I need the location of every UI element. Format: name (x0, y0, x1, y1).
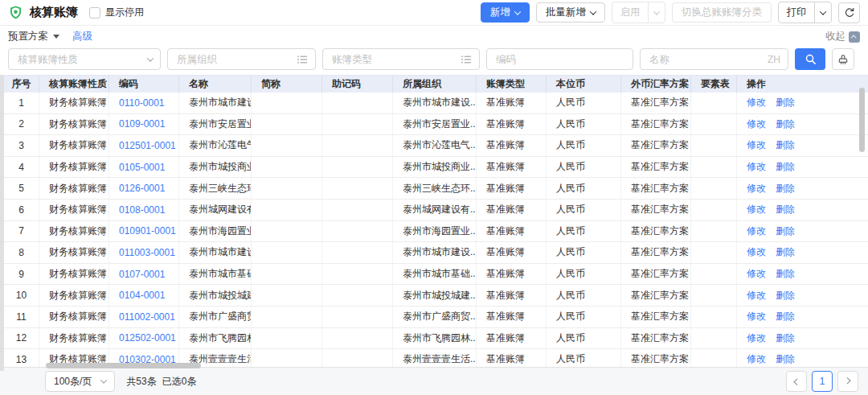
cell-actions: 修改删除 (737, 264, 858, 285)
book-code-link[interactable]: 0110-0001 (119, 97, 165, 109)
delete-link[interactable]: 删除 (776, 245, 795, 259)
cell-org: 泰州市城投城建... (393, 285, 477, 306)
enable-button[interactable]: 启用 (612, 2, 648, 23)
cell-actions: 修改删除 (737, 221, 858, 242)
book-code-link[interactable]: 011002-0001 (119, 311, 175, 323)
delete-link[interactable]: 删除 (776, 331, 795, 345)
delete-link[interactable]: 删除 (776, 267, 795, 281)
total-count: 共53条 (126, 375, 156, 389)
edit-link[interactable]: 修改 (747, 224, 766, 238)
cell-fx_plan: 基准汇率方案 (621, 264, 691, 285)
delete-link[interactable]: 删除 (776, 138, 795, 152)
nature-select-input[interactable] (16, 53, 143, 66)
cell-code: 012502-0001 (109, 328, 179, 349)
book-code-link[interactable]: 0108-0001 (119, 204, 165, 216)
page-size-select[interactable]: 100条/页 (45, 371, 115, 392)
search-button[interactable] (795, 48, 825, 70)
book-code-link[interactable]: 012502-0001 (119, 332, 176, 344)
delete-link[interactable]: 删除 (776, 203, 795, 216)
cell-mnemonic (322, 157, 393, 178)
enable-dropdown-button[interactable] (648, 2, 665, 23)
cell-nature: 财务核算账簿 (39, 242, 109, 263)
horizontal-scrollbar[interactable] (46, 363, 201, 368)
delete-link[interactable]: 删除 (776, 352, 795, 366)
edit-link[interactable]: 修改 (747, 289, 766, 302)
cell-actions: 修改删除 (737, 285, 858, 306)
edit-link[interactable]: 修改 (747, 138, 766, 152)
print-button[interactable]: 打印 (779, 2, 814, 23)
list-picker-icon[interactable] (297, 54, 308, 65)
cell-name: 泰州市城市基础... (179, 264, 252, 285)
next-page-button[interactable] (837, 371, 858, 392)
cell-abbr (252, 285, 322, 306)
cell-book_type: 基准账簿 (477, 328, 547, 349)
book-code-link[interactable]: 0109-0001 (119, 118, 165, 130)
cell-nature: 财务核算账簿 (39, 200, 109, 220)
delete-link[interactable]: 删除 (776, 160, 795, 174)
edit-link[interactable]: 修改 (747, 203, 766, 216)
cell-nature: 财务核算账簿 (39, 264, 109, 285)
edit-link[interactable]: 修改 (747, 117, 766, 131)
book-code-link[interactable]: 0126-0001 (119, 183, 165, 194)
add-button[interactable]: 新增 (481, 2, 530, 23)
name-field[interactable]: ZH (640, 48, 788, 70)
book-code-link[interactable]: 010901-0001 (119, 225, 176, 237)
edit-link[interactable]: 修改 (747, 267, 766, 281)
cell-seq: 1 (4, 93, 39, 113)
advanced-filter-link[interactable]: 高级 (72, 30, 92, 43)
org-picker-field[interactable] (167, 48, 316, 70)
switch-ledger-category-button[interactable]: 切换总账账簿分类 (672, 2, 772, 23)
list-picker-icon[interactable] (461, 54, 472, 65)
book-code-link[interactable]: 011003-0001 (119, 247, 175, 258)
cell-name: 泰州市城投城建... (179, 285, 252, 306)
edit-link[interactable]: 修改 (747, 331, 766, 345)
edit-link[interactable]: 修改 (747, 96, 766, 109)
frozen-column-strip (0, 75, 4, 371)
chevron-down-icon (100, 376, 107, 383)
edit-link[interactable]: 修改 (747, 182, 766, 195)
cell-book_type: 基准账簿 (477, 285, 547, 306)
org-input[interactable] (175, 53, 292, 66)
book-code-link[interactable]: 0105-0001 (119, 162, 165, 173)
cell-name: 泰州三峡生态环... (179, 178, 252, 199)
edit-link[interactable]: 修改 (747, 245, 766, 259)
code-field[interactable] (486, 48, 633, 70)
cell-code: 011002-0001 (109, 307, 179, 327)
cell-name: 泰州市城投商业... (179, 157, 252, 178)
cell-fx_plan: 基准汇率方案 (621, 307, 691, 327)
cell-org: 泰州三峡生态环... (393, 178, 477, 199)
code-input[interactable] (494, 53, 625, 66)
delete-link[interactable]: 删除 (776, 96, 795, 109)
current-page-button[interactable]: 1 (812, 371, 833, 392)
preset-scheme-dropdown[interactable]: 预置方案 (8, 30, 59, 43)
cell-org: 泰州市飞腾园林... (393, 328, 477, 349)
chevron-down-icon (820, 8, 826, 14)
cell-abbr (252, 242, 322, 263)
print-dropdown-button[interactable] (814, 2, 831, 23)
delete-link[interactable]: 删除 (776, 289, 795, 302)
edit-link[interactable]: 修改 (747, 160, 766, 174)
delete-link[interactable]: 删除 (776, 310, 795, 323)
vertical-scrollbar[interactable] (859, 88, 865, 152)
delete-link[interactable]: 删除 (776, 224, 795, 238)
table-row: 4财务核算账簿0105-0001泰州市城投商业...泰州市城投商业...基准账簿… (0, 157, 868, 179)
book-type-picker-field[interactable] (322, 48, 480, 70)
delete-link[interactable]: 删除 (776, 182, 795, 195)
delete-link[interactable]: 删除 (776, 117, 795, 131)
prev-page-button[interactable] (786, 371, 807, 392)
book-code-link[interactable]: 0107-0001 (119, 269, 165, 280)
cell-element_table (691, 285, 737, 306)
show-disabled-checkbox[interactable] (89, 7, 100, 19)
book-code-link[interactable]: 0104-0001 (119, 290, 165, 301)
book-code-link[interactable]: 012501-0001 (119, 140, 176, 151)
refresh-button[interactable] (838, 2, 860, 23)
clear-filter-button[interactable] (832, 48, 854, 70)
book-type-input[interactable] (330, 53, 456, 66)
collapse-filter-button[interactable]: 收起 (825, 30, 860, 43)
show-disabled-toggle[interactable]: 显示停用 (89, 6, 144, 19)
edit-link[interactable]: 修改 (747, 310, 766, 323)
nature-select[interactable] (8, 48, 161, 70)
edit-link[interactable]: 修改 (747, 352, 766, 366)
batch-add-button[interactable]: 批量新增 (536, 2, 605, 23)
name-input[interactable] (648, 53, 763, 66)
